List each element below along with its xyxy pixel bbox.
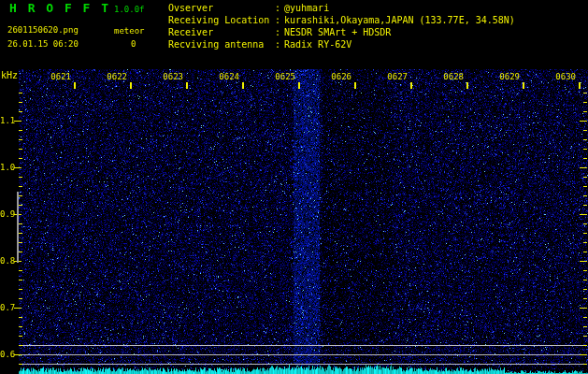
freq-minor-tick (19, 233, 22, 234)
spectrogram-canvas (0, 0, 588, 374)
freq-minor-tick (19, 289, 22, 290)
freq-label: 1.1 (0, 116, 13, 125)
freq-minor-tick-right (583, 223, 587, 224)
info-separator: : (275, 38, 284, 50)
freq-minor-tick (19, 93, 22, 94)
freq-minor-tick (19, 223, 22, 224)
time-label: 0626 (323, 72, 351, 81)
time-label: 0624 (211, 72, 239, 81)
freq-minor-tick (19, 149, 22, 150)
freq-major-tick-right (580, 354, 587, 355)
session-datetime: 26.01.15 06:20 (7, 39, 79, 49)
app-title: H R O F F T (9, 1, 110, 15)
info-separator: : (275, 14, 284, 26)
hrofft-window: H R O F F T 1.0.0f 2601150620.png 26.01.… (0, 0, 588, 374)
freq-minor-tick (19, 280, 22, 280)
freq-minor-tick (19, 317, 22, 318)
freq-minor-tick-right (583, 111, 587, 112)
info-value: kurashiki,Okayama,JAPAN (133.77E, 34.58N… (284, 15, 515, 25)
freq-minor-tick-right (583, 270, 587, 271)
time-tick (130, 82, 132, 89)
info-label: Ovserver (168, 2, 275, 14)
time-tick (242, 82, 244, 89)
freq-minor-tick (19, 177, 22, 178)
freq-minor-tick (19, 336, 22, 337)
freq-minor-tick-right (583, 102, 587, 103)
info-panel: Ovserver:@yuhmariReceiving Location:kura… (168, 2, 515, 50)
freq-minor-tick (19, 158, 22, 159)
freq-minor-tick (19, 364, 22, 365)
freq-major-tick (14, 167, 22, 168)
info-row: Receiving Location:kurashiki,Okayama,JAP… (168, 14, 515, 26)
time-tick (410, 82, 412, 89)
freq-axis-unit-label: kHz (1, 70, 18, 80)
time-tick (579, 82, 581, 89)
freq-minor-tick-right (583, 345, 587, 346)
time-label: 0625 (267, 72, 295, 81)
freq-label: 0.7 (0, 303, 13, 312)
freq-label: 0.8 (0, 256, 13, 266)
freq-minor-tick (19, 345, 22, 346)
freq-minor-tick-right (583, 233, 587, 234)
info-separator: : (275, 26, 284, 38)
freq-major-tick-right (580, 261, 587, 262)
freq-minor-tick-right (583, 280, 587, 280)
freq-minor-tick-right (583, 252, 587, 252)
freq-major-tick-right (580, 167, 587, 168)
freq-major-tick-right (580, 214, 587, 215)
time-label: 0629 (492, 72, 520, 81)
output-filename: 2601150620.png (7, 25, 79, 35)
time-label: 0628 (436, 72, 464, 81)
time-tick (523, 82, 524, 89)
time-label: 0623 (155, 72, 183, 81)
freq-minor-tick-right (583, 364, 587, 365)
freq-major-tick (14, 308, 22, 309)
info-label: Receiving Location (168, 14, 275, 26)
freq-label: 1.0 (0, 163, 13, 172)
meteor-counter-value: 0 (131, 39, 136, 49)
time-label: 0622 (99, 72, 127, 81)
freq-minor-tick (19, 252, 22, 252)
info-value: Radix RY-62V (284, 39, 351, 50)
freq-minor-tick-right (583, 139, 587, 140)
freq-minor-tick (19, 195, 22, 196)
freq-major-tick-right (580, 121, 587, 122)
freq-minor-tick (19, 270, 22, 271)
info-row: Recviving antenna:Radix RY-62V (168, 38, 515, 50)
freq-minor-tick (19, 186, 22, 187)
freq-major-tick-right (580, 308, 587, 309)
freq-minor-tick-right (583, 149, 587, 150)
freq-minor-tick (19, 326, 22, 327)
time-tick (466, 82, 468, 89)
freq-minor-tick-right (583, 298, 587, 299)
freq-minor-tick (19, 242, 22, 243)
freq-minor-tick-right (583, 242, 587, 243)
info-separator: : (275, 2, 284, 14)
time-label: 0630 (548, 72, 576, 81)
freq-minor-tick-right (583, 158, 587, 159)
freq-minor-tick-right (583, 186, 587, 187)
freq-minor-tick-right (583, 130, 587, 131)
freq-minor-tick (19, 102, 22, 103)
freq-minor-tick (19, 130, 22, 131)
info-row: Receiver:NESDR SMArt + HDSDR (168, 26, 515, 38)
info-label: Recviving antenna (168, 38, 275, 50)
info-row: Ovserver:@yuhmari (168, 2, 515, 14)
time-label: 0627 (380, 72, 408, 81)
time-tick (298, 82, 300, 89)
freq-minor-tick-right (583, 177, 587, 178)
freq-minor-tick (19, 205, 22, 206)
freq-label: 0.9 (0, 209, 13, 219)
app-version: 1.0.0f (114, 5, 145, 14)
info-value: NESDR SMArt + HDSDR (284, 27, 391, 37)
time-tick (186, 82, 188, 89)
freq-minor-tick-right (583, 317, 587, 318)
freq-minor-tick-right (583, 205, 587, 206)
info-label: Receiver (168, 26, 275, 38)
freq-minor-tick (19, 298, 22, 299)
time-label: 0621 (43, 72, 71, 81)
meteor-counter-label: meteor (114, 26, 145, 36)
freq-minor-tick-right (583, 326, 587, 327)
axis-marker-line (17, 192, 19, 263)
freq-minor-tick-right (583, 93, 587, 94)
